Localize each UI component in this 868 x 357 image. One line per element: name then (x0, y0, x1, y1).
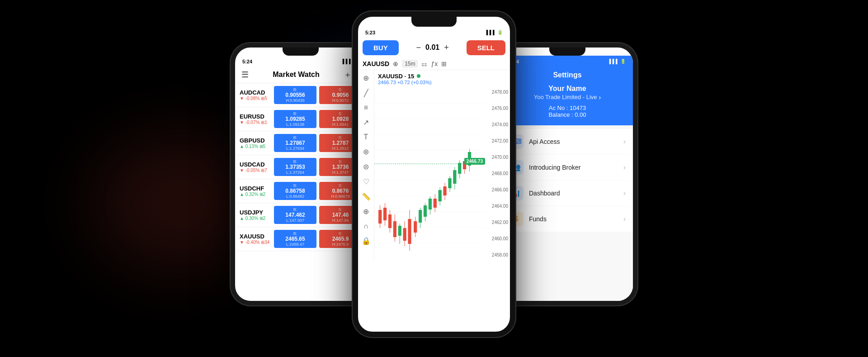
bid-box[interactable]: B: 147.462 L:147.007 (274, 206, 316, 224)
buy-sell-bar: BUY − 0.01 + SELL (358, 38, 510, 58)
crosshair-icon[interactable]: ⊕ (363, 74, 369, 82)
settings-menu-item[interactable]: 👥 Introducing Broker › (502, 155, 633, 180)
svg-rect-33 (434, 199, 437, 208)
symbol-info: AUDCAD ▼ -0.08% ⊞5 (240, 89, 271, 101)
bid-box[interactable]: B: 0.86758 L:0.86482 (274, 182, 316, 200)
svg-rect-17 (393, 221, 396, 237)
svg-rect-43 (458, 163, 461, 174)
phones-container: 5:24 ▌▌▌ 🔋 ☰ Market Watch ＋ ✎ AUDCAD ▼ -… (231, 2, 637, 355)
settings-header: Settings Your Name Yoo Trade Limited - L… (502, 67, 633, 125)
grid-icon[interactable]: ⊞ (441, 60, 447, 67)
settings-broker-arrow[interactable]: › (599, 94, 601, 101)
fx-icon[interactable]: ƒx (431, 60, 438, 67)
status-icons-right: ▌▌▌ 🔋 (609, 59, 626, 64)
symbol-change: ▲ 0.13% ⊞5 (240, 144, 271, 149)
settings-inner: Settings Your Name Yoo Trade Limited - L… (502, 67, 633, 305)
market-watch-item[interactable]: AUDCAD ▼ -0.08% ⊞5 B: 0.90556 H:0.90435 … (235, 83, 366, 107)
settings-balance: Balance : 0.00 (509, 111, 626, 118)
chart-price-info: 2466.73 +0.72 (+0.03%) (378, 80, 506, 85)
market-watch-item[interactable]: USDJPY ▲ 0.30% ⊞2 B: 147.462 L:147.007 S… (235, 203, 366, 227)
svg-rect-41 (453, 170, 456, 184)
svg-rect-35 (439, 190, 442, 201)
status-bar-left: 5:24 ▌▌▌ 🔋 (235, 56, 366, 67)
bid-label: B: (277, 231, 314, 236)
settings-item-label: Funds (529, 215, 623, 223)
sell-button[interactable]: SELL (467, 40, 505, 55)
settings-item-label: Dashboard (529, 190, 623, 197)
settings-broker-name: Yoo Trade Limited - Live (534, 94, 597, 100)
status-icons-center: ▌▌▌ 🔋 (486, 30, 503, 35)
bid-box[interactable]: B: 1.09285 L:1.09138 (274, 110, 316, 128)
symbol-info: USDCAD ▼ -0.05% ⊞7 (240, 161, 271, 173)
svg-rect-11 (378, 210, 382, 224)
bid-box[interactable]: B: 1.37353 L:1.37264 (274, 158, 316, 176)
settings-item-label: Api Access (529, 138, 623, 145)
price-level: 2460.00 (485, 236, 508, 241)
magnet-icon[interactable]: ∩ (363, 222, 369, 230)
market-watch-item[interactable]: USDCAD ▼ -0.05% ⊞7 B: 1.37353 L:1.37264 … (235, 155, 366, 179)
add-icon[interactable]: ＋ (344, 69, 352, 80)
bid-value: 2465.65 (277, 236, 314, 242)
bid-box[interactable]: B: 2465.65 L:2458.47 (274, 230, 316, 248)
time-left: 5:24 (242, 59, 252, 64)
lock-icon[interactable]: 🔒 (362, 237, 371, 245)
price-level: 2474.00 (485, 122, 508, 127)
settings-item-label: Introducing Broker (529, 164, 623, 171)
settings-user-name: Your Name (509, 85, 626, 93)
market-watch-item[interactable]: XAUUSD ▼ -0.40% ⊞34 B: 2465.65 L:2458.47… (235, 227, 366, 251)
bid-label: B: (277, 135, 314, 140)
settings-menu-item[interactable]: $ Funds › (502, 206, 633, 232)
market-watch-item[interactable]: EURUSD ▼ -0.07% ⊞1 B: 1.09285 L:1.09138 … (235, 107, 366, 131)
heart-icon[interactable]: ♡ (363, 177, 369, 186)
svg-rect-15 (388, 214, 392, 228)
bid-box[interactable]: B: 0.90556 H:0.90435 (274, 86, 316, 104)
settings-item-arrow: › (623, 189, 626, 197)
chart-symbol: XAUUSD (363, 60, 389, 67)
bid-sub: L:0.86482 (277, 194, 314, 199)
symbol-info: GBPUSD ▲ 0.13% ⊞5 (240, 137, 271, 149)
circle-plus-icon[interactable]: ⊕ (393, 60, 398, 67)
zoom-icon[interactable]: ⊕ (363, 207, 369, 216)
ruler-icon[interactable]: 📏 (362, 192, 371, 201)
current-price-badge: 2466.73 (464, 158, 485, 165)
candles-icon[interactable]: ⚏ (421, 60, 427, 67)
symbol-name: XAUUSD (240, 233, 271, 240)
bid-sub: L:1.09138 (277, 122, 314, 127)
line-icon[interactable]: ╱ (364, 89, 368, 97)
symbol-change: ▼ -0.40% ⊞34 (240, 240, 271, 245)
symbol-change: ▲ 0.30% ⊞2 (240, 216, 271, 221)
symbol-name: USDCHF (240, 185, 271, 192)
node-icon[interactable]: ⊛ (363, 148, 369, 156)
price-level: 2458.00 (485, 252, 508, 257)
settings-menu-item[interactable]: ⌨ Api Access › (502, 129, 633, 154)
arrow-icon[interactable]: ↗ (363, 118, 369, 127)
bid-value: 1.37353 (277, 164, 314, 170)
bid-value: 0.86758 (277, 188, 314, 194)
market-watch-header: ☰ Market Watch ＋ ✎ (235, 67, 366, 83)
price-level: 2462.00 (485, 220, 508, 225)
lines-icon[interactable]: ≡ (364, 104, 368, 112)
bid-value: 0.90556 (277, 92, 314, 98)
chart-timeframe[interactable]: 15m (402, 60, 418, 68)
bid-sub: L:1.37264 (277, 170, 314, 175)
symbol-name: AUDCAD (240, 89, 271, 96)
time-center: 5:23 (365, 30, 375, 35)
bid-label: B: (277, 183, 314, 188)
bid-label: B: (277, 111, 314, 116)
settings2-icon[interactable]: ⊜ (363, 162, 369, 171)
bid-value: 147.462 (277, 212, 314, 218)
lot-decrease-button[interactable]: − (416, 43, 421, 52)
bid-box[interactable]: B: 1.27867 L:1.27634 (274, 134, 316, 152)
market-watch-item[interactable]: GBPUSD ▲ 0.13% ⊞5 B: 1.27867 L:1.27634 S… (235, 131, 366, 155)
svg-rect-19 (398, 226, 401, 236)
text-icon[interactable]: T (364, 133, 368, 141)
settings-menu-item[interactable]: 📊 Dashboard › (502, 181, 633, 206)
hamburger-icon[interactable]: ☰ (241, 70, 249, 80)
svg-rect-13 (383, 208, 387, 220)
market-watch-item[interactable]: USDCHF ▲ 0.32% ⊞2 B: 0.86758 L:0.86482 S… (235, 179, 366, 203)
lot-increase-button[interactable]: + (444, 43, 449, 52)
bid-sub: L:1.27634 (277, 146, 314, 151)
price-level: 2464.00 (485, 204, 508, 209)
market-watch-title: Market Watch (249, 71, 344, 79)
buy-button[interactable]: BUY (363, 40, 399, 55)
